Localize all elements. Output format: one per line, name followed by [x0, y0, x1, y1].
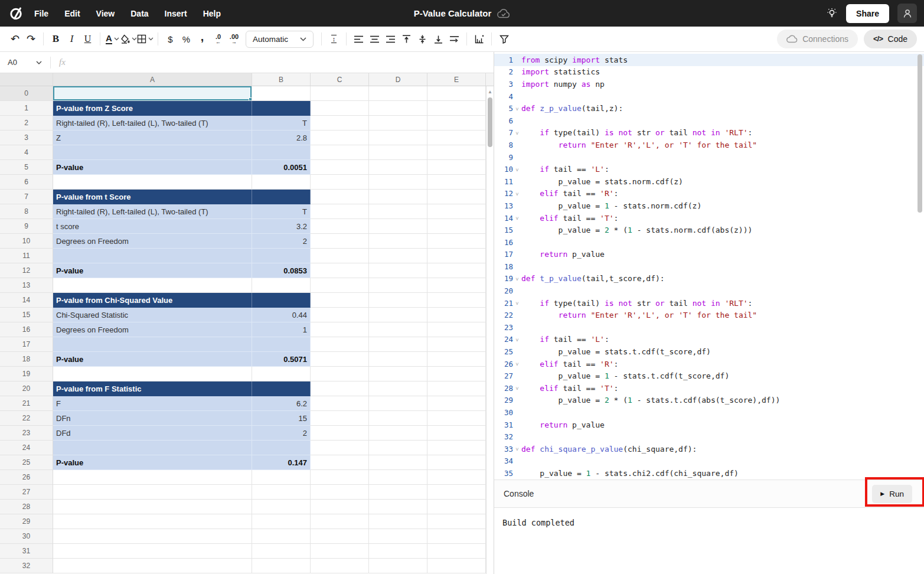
insert-chart-icon[interactable] — [471, 30, 487, 48]
cell-A30[interactable] — [53, 529, 252, 544]
code-line[interactable]: 2import statistics — [494, 66, 924, 79]
cell-D31[interactable] — [369, 544, 427, 559]
cell-B0[interactable] — [252, 86, 311, 101]
cell-C3[interactable] — [311, 131, 369, 145]
text-color-button[interactable]: A — [105, 30, 120, 48]
cell-E32[interactable] — [427, 559, 486, 573]
number-format-select[interactable]: Automatic — [246, 31, 314, 48]
cell-D27[interactable] — [369, 485, 427, 500]
fold-chevron-icon[interactable]: ˅ — [513, 129, 521, 136]
cell-E24[interactable] — [427, 441, 486, 455]
cell-E9[interactable] — [427, 219, 486, 234]
cell-E30[interactable] — [427, 529, 486, 544]
cell-C29[interactable] — [311, 514, 369, 529]
cell-D17[interactable] — [369, 337, 427, 352]
code-scrollbar-thumb[interactable] — [918, 54, 922, 213]
cell-B32[interactable] — [252, 559, 311, 573]
cell-A19[interactable] — [53, 367, 252, 381]
code-line[interactable]: 18 — [494, 260, 924, 273]
cell-B6[interactable] — [252, 175, 311, 190]
code-line[interactable]: 17 return p_value — [494, 249, 924, 261]
increase-decimals-button[interactable]: .00→ — [226, 30, 242, 48]
cell-A5[interactable]: P-value — [53, 160, 252, 175]
cell-E14[interactable] — [427, 293, 486, 308]
redo-icon[interactable]: ↷ — [23, 30, 39, 48]
cell-D32[interactable] — [369, 559, 427, 573]
cell-D29[interactable] — [369, 514, 427, 529]
cell-D22[interactable] — [369, 411, 427, 426]
row-header-10[interactable]: 10 — [0, 234, 53, 249]
cell-D8[interactable] — [369, 204, 427, 219]
cell-E8[interactable] — [427, 204, 486, 219]
scrollbar-thumb[interactable] — [488, 97, 492, 147]
cell-C0[interactable] — [311, 86, 369, 101]
column-header-B[interactable]: B — [252, 73, 311, 86]
code-line[interactable]: 14˅ elif tail == 'T': — [494, 212, 924, 224]
cell-A27[interactable] — [53, 485, 252, 500]
cell-E28[interactable] — [427, 500, 486, 514]
cell-A0[interactable] — [53, 86, 252, 101]
cell-D21[interactable] — [369, 396, 427, 411]
cell-B14[interactable] — [252, 293, 311, 308]
row-header-17[interactable]: 17 — [0, 337, 53, 352]
cell-B31[interactable] — [252, 544, 311, 559]
cell-C4[interactable] — [311, 145, 369, 160]
cell-E12[interactable] — [427, 263, 486, 278]
menu-edit[interactable]: Edit — [64, 9, 80, 18]
align-right-icon[interactable] — [383, 30, 399, 48]
cell-D6[interactable] — [369, 175, 427, 190]
cell-E5[interactable] — [427, 160, 486, 175]
cell-A32[interactable] — [53, 559, 252, 573]
code-line[interactable]: 13 p_value = 1 - stats.norm.cdf(z) — [494, 200, 924, 212]
cell-A26[interactable] — [53, 470, 252, 485]
code-line[interactable]: 6 — [494, 115, 924, 127]
cell-C21[interactable] — [311, 396, 369, 411]
code-line[interactable]: 29 p_value = 2 * (1 - stats.t.cdf(abs(t_… — [494, 394, 924, 407]
cell-C28[interactable] — [311, 500, 369, 514]
cell-A17[interactable] — [53, 337, 252, 352]
cell-A20[interactable]: P-value from F Statistic — [53, 381, 252, 396]
cell-D2[interactable] — [369, 116, 427, 131]
cell-B2[interactable]: T — [252, 116, 311, 131]
column-header-C[interactable]: C — [311, 73, 369, 86]
menu-file[interactable]: File — [34, 9, 48, 18]
cell-A25[interactable]: P-value — [53, 455, 252, 470]
cell-E16[interactable] — [427, 322, 486, 337]
code-line[interactable]: 33˅def chi_square_p_value(chi_square,df)… — [494, 443, 924, 455]
cell-B5[interactable]: 0.0051 — [252, 160, 311, 175]
fold-chevron-icon[interactable]: ˅ — [513, 105, 521, 112]
cell-D5[interactable] — [369, 160, 427, 175]
code-line[interactable]: 35 p_value = 1 - stats.chi2.cdf(chi_squa… — [494, 467, 924, 480]
cell-C17[interactable] — [311, 337, 369, 352]
align-center-icon[interactable] — [367, 30, 383, 48]
cell-B9[interactable]: 3.2 — [252, 219, 311, 234]
cell-D13[interactable] — [369, 278, 427, 293]
cell-A28[interactable] — [53, 500, 252, 514]
code-line[interactable]: 31 return p_value — [494, 419, 924, 431]
cell-A13[interactable] — [53, 278, 252, 293]
row-header-16[interactable]: 16 — [0, 322, 53, 337]
select-all-corner[interactable] — [0, 73, 53, 86]
cell-E6[interactable] — [427, 175, 486, 190]
cell-E0[interactable] — [427, 86, 486, 101]
cell-C26[interactable] — [311, 470, 369, 485]
fold-chevron-icon[interactable]: ˅ — [513, 336, 521, 343]
align-middle-icon[interactable] — [414, 30, 430, 48]
cell-C25[interactable] — [311, 455, 369, 470]
row-header-15[interactable]: 15 — [0, 308, 53, 322]
row-header-7[interactable]: 7 — [0, 190, 53, 204]
row-header-8[interactable]: 8 — [0, 204, 53, 219]
row-header-23[interactable]: 23 — [0, 426, 53, 441]
cell-D12[interactable] — [369, 263, 427, 278]
code-line[interactable]: 8 return "Enter 'R','L', or 'T' for the … — [494, 139, 924, 151]
cell-B30[interactable] — [252, 529, 311, 544]
code-line[interactable]: 23 — [494, 321, 924, 334]
cell-D1[interactable] — [369, 101, 427, 116]
code-line[interactable]: 30 — [494, 406, 924, 419]
decrease-decimals-button[interactable]: .0← — [210, 30, 226, 48]
code-line[interactable]: 4 — [494, 90, 924, 103]
cell-C13[interactable] — [311, 278, 369, 293]
italic-button[interactable]: I — [64, 30, 80, 48]
cell-A4[interactable] — [53, 145, 252, 160]
menu-insert[interactable]: Insert — [165, 9, 187, 18]
